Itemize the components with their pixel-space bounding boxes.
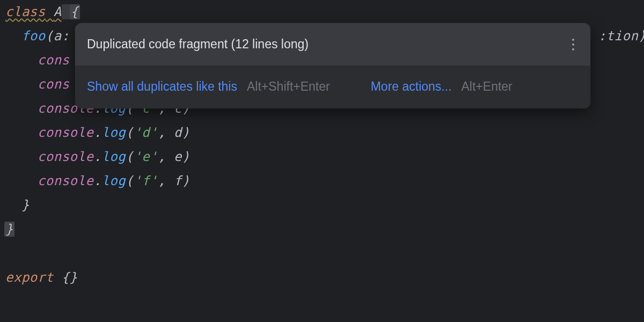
code-fragment-right: :tion)	[598, 28, 644, 43]
class-name: A	[54, 4, 62, 19]
code-line: console.log('d', d)	[5, 121, 639, 145]
code-editor[interactable]: class A { foo(a::tion) cons cons console…	[0, 0, 644, 290]
method-name: foo	[21, 28, 46, 43]
inspection-tooltip: Duplicated code fragment (12 lines long)…	[75, 23, 590, 108]
tooltip-title: Duplicated code fragment (12 lines long)	[87, 32, 309, 56]
code-line: console.log('f', f)	[5, 169, 639, 193]
brace-close: }	[4, 222, 14, 237]
code-line: }	[5, 217, 639, 241]
keyword-class: class	[5, 4, 46, 19]
brace-open: {	[70, 4, 80, 19]
tooltip-body: Show all duplicates like this Alt+Shift+…	[75, 65, 590, 108]
code-line-blank	[5, 241, 639, 266]
braces-empty: {}	[62, 270, 78, 285]
show-duplicates-link[interactable]: Show all duplicates like this	[87, 75, 237, 99]
shortcut-text: Alt+Enter	[462, 75, 513, 99]
code-line: }	[5, 193, 639, 217]
code-line: console.log('e', e)	[5, 145, 639, 169]
shortcut-text: Alt+Shift+Enter	[247, 75, 330, 99]
tooltip-header: Duplicated code fragment (12 lines long)	[75, 23, 590, 65]
code-line: class A {	[5, 0, 639, 24]
code-line: export {}	[5, 266, 639, 290]
console-cut: cons	[38, 77, 70, 92]
brace-close: }	[21, 197, 30, 213]
keyword-export: export	[5, 270, 54, 285]
more-actions-link[interactable]: More actions...	[371, 75, 452, 99]
kebab-menu-icon[interactable]	[569, 36, 577, 53]
console-cut: cons	[38, 53, 70, 68]
